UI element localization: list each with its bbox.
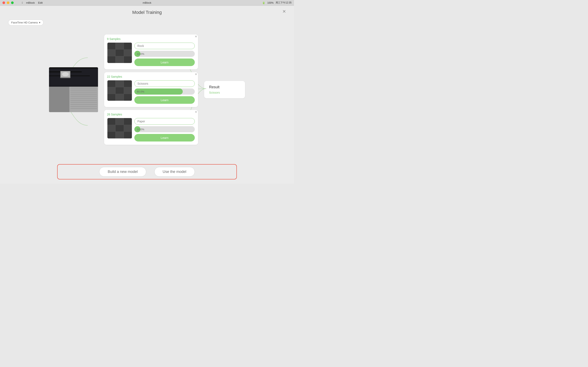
rock-learn-button[interactable]: Learn bbox=[134, 58, 195, 66]
thumb-9 bbox=[124, 56, 132, 63]
paper-name-input[interactable] bbox=[134, 118, 195, 125]
camera-feed-svg bbox=[49, 67, 98, 112]
rock-name-input[interactable] bbox=[134, 43, 195, 49]
paper-delete-button[interactable]: ✕ bbox=[195, 110, 197, 114]
svg-rect-2 bbox=[49, 67, 98, 68]
rock-controls: 10.0% Learn bbox=[134, 43, 195, 66]
menu-edit[interactable]: Edit bbox=[38, 1, 43, 4]
thumb-s8 bbox=[116, 94, 123, 101]
thumb-1 bbox=[107, 43, 115, 49]
thumb-p4 bbox=[107, 125, 115, 132]
chevron-down-icon: ▾ bbox=[39, 21, 40, 24]
time-display: 周三下午12:35 bbox=[276, 1, 292, 4]
minimize-traffic-light[interactable] bbox=[7, 1, 9, 4]
thumb-7 bbox=[107, 56, 115, 63]
scissors-delete-button[interactable]: ✕ bbox=[195, 73, 197, 76]
title-bar:  mBlock Edit mBlock 🔋 100% 周三下午12:35 bbox=[0, 0, 294, 6]
result-box: Result Scissors bbox=[204, 81, 245, 98]
thumb-p8 bbox=[116, 132, 123, 138]
scissors-name-input[interactable] bbox=[134, 80, 195, 87]
traffic-lights bbox=[2, 1, 14, 4]
svg-rect-18 bbox=[70, 104, 97, 105]
menu-apple[interactable]:  bbox=[22, 1, 23, 4]
svg-rect-1 bbox=[49, 67, 98, 86]
rock-thumbnail-grid bbox=[107, 43, 132, 63]
thumb-p2 bbox=[116, 118, 123, 125]
paper-progress-text: 10.0% bbox=[137, 128, 144, 131]
thumb-5 bbox=[116, 50, 123, 56]
maximize-traffic-light[interactable] bbox=[11, 1, 14, 4]
thumb-6 bbox=[124, 50, 132, 56]
thumb-8 bbox=[116, 56, 123, 63]
thumb-s9 bbox=[124, 94, 132, 101]
camera-preview bbox=[49, 67, 98, 112]
page-title: Model Training bbox=[132, 10, 162, 15]
scissors-controls: 80.0% Learn bbox=[134, 80, 195, 104]
training-cards: 9 Samples ✕ bbox=[104, 34, 198, 145]
build-model-button[interactable]: Build a new model bbox=[99, 167, 146, 176]
scissors-card: 22 Samples ✕ bbox=[104, 72, 198, 107]
thumb-s3 bbox=[124, 80, 132, 87]
thumb-p1 bbox=[107, 118, 115, 125]
title-bar-right: 🔋 100% 周三下午12:35 bbox=[262, 1, 292, 4]
svg-point-7 bbox=[62, 72, 69, 76]
thumb-s1 bbox=[107, 80, 115, 87]
svg-rect-15 bbox=[70, 98, 97, 99]
scissors-thumbnail-grid bbox=[107, 80, 132, 101]
paper-thumbnail-area: ✕ bbox=[107, 118, 132, 142]
action-bar: Build a new model Use the model bbox=[57, 164, 237, 179]
use-model-button[interactable]: Use the model bbox=[154, 167, 195, 176]
scissors-learn-button[interactable]: Learn bbox=[134, 96, 195, 104]
result-value: Scissors bbox=[209, 91, 240, 94]
main-content: FaceTime HD Camera ▾ Model Training × bbox=[0, 6, 294, 184]
window-title: mBlock bbox=[143, 1, 151, 4]
paper-thumbnail-grid bbox=[107, 118, 132, 138]
rock-thumbnail-area: ✕ bbox=[107, 43, 132, 66]
paper-learn-button[interactable]: Learn bbox=[134, 134, 195, 142]
workspace: 9 Samples ✕ bbox=[0, 17, 294, 162]
svg-rect-16 bbox=[70, 100, 97, 101]
close-traffic-light[interactable] bbox=[2, 1, 5, 4]
thumb-p3 bbox=[124, 118, 132, 125]
close-button[interactable]: × bbox=[283, 8, 286, 14]
svg-rect-11 bbox=[70, 90, 97, 91]
thumb-p9 bbox=[124, 132, 132, 138]
thumb-4 bbox=[107, 50, 115, 56]
camera-feed bbox=[49, 67, 98, 112]
menu-bar:  mBlock Edit bbox=[22, 1, 43, 4]
battery-icon: 🔋 bbox=[262, 1, 265, 4]
rock-progress-bar: 10.0% bbox=[134, 51, 195, 57]
app-header: Model Training × bbox=[0, 6, 294, 17]
thumb-s2 bbox=[116, 80, 123, 87]
result-title: Result bbox=[209, 85, 240, 89]
battery-percent: 100% bbox=[267, 1, 274, 4]
thumb-3 bbox=[124, 43, 132, 49]
rock-delete-button[interactable]: ✕ bbox=[195, 35, 197, 38]
thumb-s5 bbox=[116, 87, 123, 94]
rock-card: 9 Samples ✕ bbox=[104, 34, 198, 69]
paper-controls: 10.0% Learn bbox=[134, 118, 195, 142]
rock-progress-text: 10.0% bbox=[137, 52, 144, 55]
svg-rect-10 bbox=[70, 88, 97, 89]
svg-rect-20 bbox=[70, 108, 97, 109]
camera-dropdown[interactable]: FaceTime HD Camera ▾ bbox=[8, 20, 43, 25]
thumb-s4 bbox=[107, 87, 115, 94]
paper-card: 26 Samples ✕ bbox=[104, 110, 198, 145]
rock-samples-label: 9 Samples bbox=[107, 37, 121, 41]
thumb-s6 bbox=[124, 87, 132, 94]
svg-rect-13 bbox=[70, 94, 97, 95]
thumb-s7 bbox=[107, 94, 115, 101]
thumb-p7 bbox=[107, 132, 115, 138]
thumb-p6 bbox=[124, 125, 132, 132]
menu-mblock[interactable]: mBlock bbox=[26, 1, 35, 4]
svg-rect-12 bbox=[70, 92, 97, 92]
scissors-progress-bar: 80.0% bbox=[134, 89, 195, 95]
svg-rect-19 bbox=[70, 106, 97, 107]
thumb-p5 bbox=[116, 125, 123, 132]
svg-rect-14 bbox=[70, 96, 97, 97]
thumb-2 bbox=[116, 43, 123, 49]
scissors-progress-text: 80.0% bbox=[137, 90, 144, 93]
paper-progress-bar: 10.0% bbox=[134, 126, 195, 132]
camera-label: FaceTime HD Camera bbox=[11, 21, 38, 24]
scissors-samples-label: 22 Samples bbox=[107, 75, 122, 78]
